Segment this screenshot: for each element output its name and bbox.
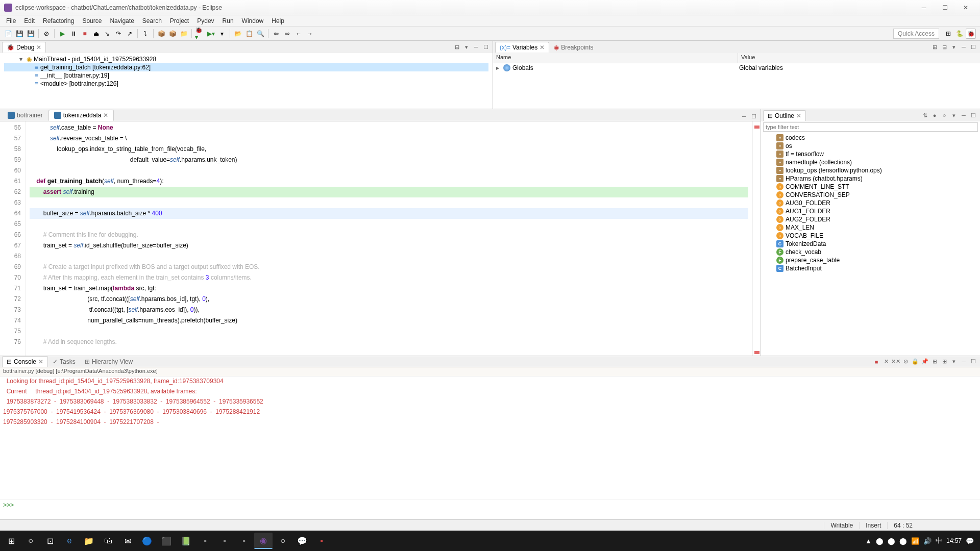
- menu-search[interactable]: Search: [138, 16, 166, 26]
- outline-item[interactable]: ○VOCAB_FILE: [764, 232, 977, 240]
- back-button[interactable]: ←: [293, 29, 304, 39]
- variable-row[interactable]: ▸ Globals Global variables: [496, 64, 977, 71]
- debug-perspective-button[interactable]: 🐞: [966, 29, 976, 39]
- app-icon[interactable]: 📗: [177, 533, 195, 549]
- code-content[interactable]: self.case_table = None self.reverse_voca…: [26, 121, 752, 356]
- maximize-view-button[interactable]: ☐: [969, 357, 978, 366]
- terminate-console-button[interactable]: ■: [872, 357, 881, 366]
- stack-frame[interactable]: ≡ <module> [bottrainer.py:126]: [4, 80, 488, 88]
- outline-tab[interactable]: ⊟ Outline ✕: [763, 110, 806, 121]
- maximize-view-button[interactable]: ☐: [969, 42, 978, 52]
- menu-source[interactable]: Source: [78, 16, 106, 26]
- search-button[interactable]: 🔍: [255, 29, 265, 39]
- prev-annotation-button[interactable]: ⇦: [271, 29, 281, 39]
- pin-console-button[interactable]: 📌: [920, 357, 929, 366]
- app-icon[interactable]: ▪: [235, 533, 253, 549]
- variables-tab[interactable]: (x)= Variables ✕: [495, 42, 549, 53]
- variables-body[interactable]: ▸ Globals Global variables: [493, 63, 980, 109]
- drop-to-frame-button[interactable]: ⤵: [140, 29, 151, 39]
- debug-tab[interactable]: 🐞 Debug ✕: [2, 42, 46, 53]
- remove-all-button[interactable]: ✕✕: [891, 357, 900, 366]
- terminal-icon[interactable]: ▪: [196, 533, 214, 549]
- pydev-perspective-button[interactable]: 🐍: [954, 29, 965, 39]
- thread-node[interactable]: ▾ ◉ MainThread - pid_15404_id_1975259633…: [4, 55, 488, 63]
- hide-fields-button[interactable]: ●: [930, 111, 939, 120]
- collapse-all-button[interactable]: ⊟: [940, 42, 949, 52]
- store-icon[interactable]: 🛍: [99, 533, 117, 549]
- save-all-button[interactable]: 💾: [26, 29, 36, 39]
- view-menu-button[interactable]: ▾: [949, 357, 959, 366]
- disconnect-button[interactable]: ⏏: [91, 29, 101, 39]
- menu-navigate[interactable]: Navigate: [106, 16, 138, 26]
- new-project-button[interactable]: 📁: [179, 29, 189, 39]
- step-over-button[interactable]: ↷: [113, 29, 124, 39]
- outline-tree[interactable]: ▪codecs▪os▪tf = tensorflow▪namedtuple (c…: [761, 133, 980, 356]
- maximize-view-button[interactable]: ☐: [969, 111, 978, 120]
- outline-item[interactable]: ○CONVERSATION_SEP: [764, 191, 977, 199]
- volume-icon[interactable]: 🔊: [923, 537, 932, 545]
- resume-button[interactable]: ▶: [57, 29, 67, 39]
- clear-console-button[interactable]: ⊘: [901, 357, 910, 366]
- outline-item[interactable]: ○MAX_LEN: [764, 223, 977, 232]
- debug-tree[interactable]: ▾ ◉ MainThread - pid_15404_id_1975259633…: [0, 53, 493, 109]
- hide-static-button[interactable]: ○: [940, 111, 949, 120]
- outline-item[interactable]: ○COMMENT_LINE_STT: [764, 183, 977, 191]
- tray-icon[interactable]: ⬤: [899, 537, 907, 545]
- new-module-button[interactable]: 📦: [156, 29, 166, 39]
- close-icon[interactable]: ✕: [36, 44, 41, 51]
- overview-ruler[interactable]: [752, 121, 761, 356]
- menu-run[interactable]: Run: [218, 16, 238, 26]
- code-editor[interactable]: 5657585960616263646566676869707172737475…: [0, 121, 761, 356]
- step-return-button[interactable]: ↗: [125, 29, 135, 39]
- notifications-icon[interactable]: 💬: [966, 537, 974, 545]
- maximize-editor-button[interactable]: ☐: [749, 112, 758, 121]
- app-icon[interactable]: ○: [274, 533, 292, 549]
- outline-filter-input[interactable]: [763, 122, 978, 132]
- outline-item[interactable]: ○AUG2_FOLDER: [764, 215, 977, 223]
- view-menu-button[interactable]: ▾: [949, 111, 959, 120]
- minimize-view-button[interactable]: ─: [959, 111, 968, 120]
- menu-file[interactable]: File: [2, 16, 20, 26]
- breakpoints-tab[interactable]: ◉ Breakpoints: [549, 42, 598, 53]
- new-button[interactable]: 📄: [3, 29, 13, 39]
- search-button[interactable]: ○: [21, 533, 40, 549]
- minimize-view-button[interactable]: ─: [959, 42, 968, 52]
- outline-item[interactable]: CTokenizedData: [764, 240, 977, 248]
- outline-item[interactable]: ○AUG0_FOLDER: [764, 199, 977, 207]
- outline-item[interactable]: ▪lookup_ops (tensorflow.python.ops): [764, 166, 977, 174]
- open-type-button[interactable]: 📂: [233, 29, 243, 39]
- task-view-button[interactable]: ⊡: [41, 533, 59, 549]
- menu-project[interactable]: Project: [166, 16, 193, 26]
- outline-item[interactable]: ▪codecs: [764, 134, 977, 142]
- hierarchy-tab[interactable]: ⊞ Hierarchy View: [80, 356, 137, 367]
- outline-item[interactable]: ○AUG1_FOLDER: [764, 207, 977, 215]
- close-icon[interactable]: ✕: [796, 112, 801, 119]
- start-button[interactable]: ⊞: [2, 533, 20, 549]
- view-menu-button[interactable]: ▾: [462, 42, 471, 52]
- show-type-names-button[interactable]: ⊞: [930, 42, 939, 52]
- error-marker[interactable]: [754, 126, 760, 129]
- network-icon[interactable]: 📶: [911, 537, 919, 545]
- open-console-button[interactable]: ⊞: [940, 357, 949, 366]
- vscode-icon[interactable]: ⬛: [157, 533, 176, 549]
- outline-item[interactable]: ▪os: [764, 142, 977, 150]
- collapse-icon[interactable]: ▾: [19, 56, 24, 63]
- explorer-icon[interactable]: 📁: [80, 533, 98, 549]
- coverage-dropdown-button[interactable]: ▾: [217, 29, 227, 39]
- stack-frame[interactable]: ≡ get_training_batch [tokenizeddata.py:6…: [4, 63, 488, 71]
- editor-tab-tokenizeddata[interactable]: tokenizeddata ✕: [48, 110, 114, 121]
- name-column-header[interactable]: Name: [493, 53, 738, 63]
- open-task-button[interactable]: 📋: [244, 29, 254, 39]
- forward-button[interactable]: →: [305, 29, 315, 39]
- debug-dropdown-button[interactable]: 🐞▾: [194, 29, 205, 39]
- menu-help[interactable]: Help: [267, 16, 288, 26]
- sort-button[interactable]: ⇅: [920, 111, 929, 120]
- outline-item[interactable]: CBatchedInput: [764, 264, 977, 272]
- maximize-view-button[interactable]: ☐: [481, 42, 491, 52]
- tray-icon[interactable]: ⬤: [876, 537, 884, 545]
- quick-access-field[interactable]: Quick Access: [893, 29, 939, 39]
- next-annotation-button[interactable]: ⇨: [282, 29, 292, 39]
- suspend-button[interactable]: ⏸: [68, 29, 79, 39]
- minimize-view-button[interactable]: ─: [959, 357, 968, 366]
- stack-frame[interactable]: ≡ __init__ [bottrainer.py:19]: [4, 71, 488, 80]
